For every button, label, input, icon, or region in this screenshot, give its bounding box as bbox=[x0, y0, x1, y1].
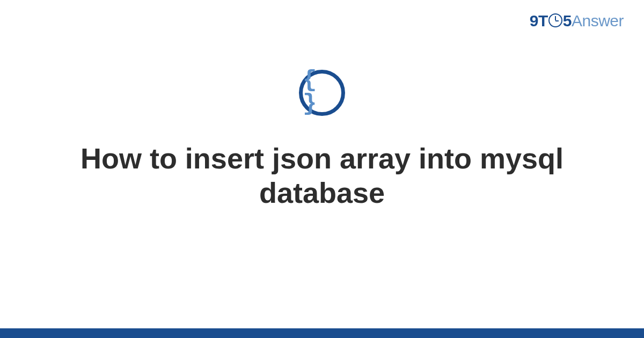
code-braces-icon: { } bbox=[303, 68, 341, 115]
logo-text-answer: Answer bbox=[572, 12, 624, 30]
topic-icon-circle: { } bbox=[299, 70, 345, 116]
logo-text-5: 5 bbox=[563, 12, 572, 30]
site-logo: 9T5Answer bbox=[530, 12, 624, 30]
clock-icon bbox=[548, 13, 562, 27]
logo-text-9t: 9T bbox=[530, 12, 548, 30]
bottom-accent-bar bbox=[0, 328, 644, 338]
content-wrap: { } How to insert json array into mysql … bbox=[0, 70, 644, 210]
page-title: How to insert json array into mysql data… bbox=[32, 142, 612, 210]
